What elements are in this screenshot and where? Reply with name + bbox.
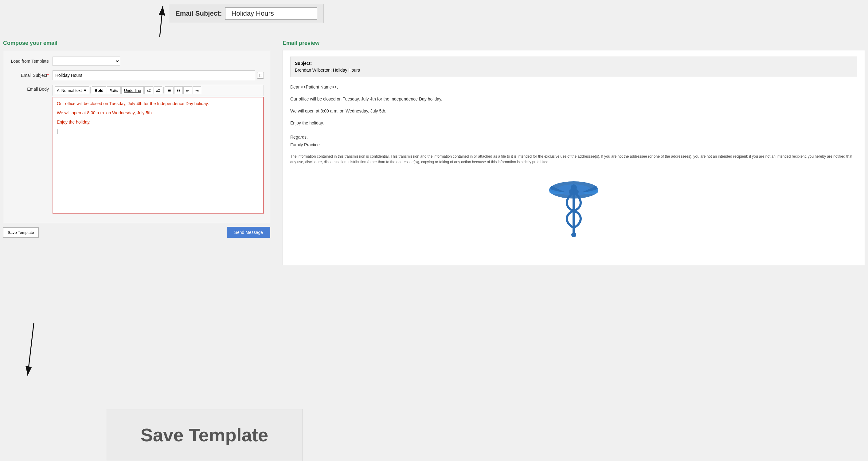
send-message-button[interactable]: Send Message: [227, 227, 270, 238]
svg-line-10: [28, 323, 34, 376]
caduceus-container: [290, 174, 857, 241]
caduceus-icon: [546, 174, 601, 241]
ordered-list-button[interactable]: ☷: [174, 86, 183, 94]
annotation-arrow-top: [61, 0, 184, 40]
italic-button[interactable]: Italic: [107, 86, 121, 94]
preview-subject-value: Brendan Wilberton: Holiday Hours: [295, 67, 360, 73]
preview-body: Dear <<Patient Name>>, Our office will b…: [290, 83, 857, 127]
preview-panel: Email preview Subject: Brendan Wilberton…: [283, 40, 865, 265]
bold-button[interactable]: Bold: [92, 86, 106, 94]
editor-toolbar: A Normal text ▼ Bold Italic Underline x2…: [53, 85, 264, 95]
cursor-line: [57, 129, 259, 134]
load-template-label: Load from Template: [9, 59, 53, 64]
preview-body-line-2: We will open at 8:00 a.m. on Wednesday, …: [290, 107, 857, 115]
compose-footer: Save Template Send Message: [3, 227, 270, 238]
underline-button[interactable]: Underline: [121, 86, 144, 94]
superscript-button[interactable]: x2: [154, 86, 162, 94]
email-subject-label: Email Subject: [9, 73, 53, 78]
email-body-row: Email Body A Normal text ▼ Bold Italic U…: [9, 85, 264, 213]
preview-signature: Regards, Family Practice: [290, 134, 857, 149]
preview-subject-block: Subject: Brendan Wilberton: Holiday Hour…: [290, 57, 857, 77]
email-body-label: Email Body: [9, 85, 53, 92]
preview-disclaimer: The information contained in this transm…: [290, 154, 857, 165]
compose-panel: Compose your email Load from Template Ho…: [3, 40, 270, 265]
indent-left-button[interactable]: ⇤: [183, 86, 192, 94]
dropdown-arrow-icon: ▼: [83, 88, 87, 93]
save-template-callout: Save Template: [106, 409, 303, 461]
preview-panel-title: Email preview: [283, 40, 865, 47]
toolbar-separator-1: [90, 87, 91, 93]
svg-point-8: [571, 232, 576, 237]
signature-line-2: Family Practice: [290, 141, 857, 149]
toolbar-separator-2: [163, 87, 164, 93]
main-content: Compose your email Load from Template Ho…: [3, 40, 865, 265]
text-style-dropdown[interactable]: A Normal text ▼: [55, 86, 89, 94]
subscript-button[interactable]: x2: [144, 86, 153, 94]
compose-box: Load from Template Holiday Hours Welcome…: [3, 50, 270, 223]
save-template-button[interactable]: Save Template: [3, 227, 39, 237]
preview-subject-heading: Subject:: [295, 60, 852, 67]
indent-right-button[interactable]: ⇥: [193, 86, 201, 94]
signature-line-1: Regards,: [290, 134, 857, 141]
template-select[interactable]: Holiday Hours Welcome Reminder: [53, 57, 120, 66]
top-subject-bar: Email Subject: Holiday Hours: [169, 4, 324, 23]
unordered-list-button[interactable]: ☰: [165, 86, 174, 94]
annotation-arrow-bottom: [3, 314, 126, 388]
svg-point-7: [571, 184, 577, 191]
save-template-callout-text: Save Template: [141, 425, 269, 445]
preview-body-line-1: Our office will be closed on Tuesday, Ju…: [290, 95, 857, 103]
body-line-2: We will open at 8:00 a.m. on Wednesday, …: [57, 110, 259, 115]
email-subject-input[interactable]: [53, 70, 255, 80]
email-subject-row: Email Subject ▢: [9, 70, 264, 80]
body-line-3: Enjoy the holiday.: [57, 120, 259, 124]
subject-hint-icon: ▢: [257, 72, 264, 79]
font-icon: A: [57, 88, 60, 93]
top-subject-bar-value: Holiday Hours: [225, 7, 317, 20]
top-subject-bar-label: Email Subject:: [175, 9, 222, 18]
email-body-editor[interactable]: Our office will be closed on Tuesday, Ju…: [53, 97, 264, 213]
body-line-1: Our office will be closed on Tuesday, Ju…: [57, 101, 259, 106]
load-template-row: Load from Template Holiday Hours Welcome…: [9, 57, 264, 66]
compose-panel-title: Compose your email: [3, 40, 270, 47]
preview-box: Subject: Brendan Wilberton: Holiday Hour…: [283, 50, 865, 265]
svg-line-1: [160, 6, 163, 37]
preview-greeting: Dear <<Patient Name>>,: [290, 83, 857, 91]
text-style-label: Normal text: [61, 88, 82, 93]
editor-container: A Normal text ▼ Bold Italic Underline x2…: [53, 85, 264, 213]
preview-body-line-3: Enjoy the holiday.: [290, 119, 857, 127]
